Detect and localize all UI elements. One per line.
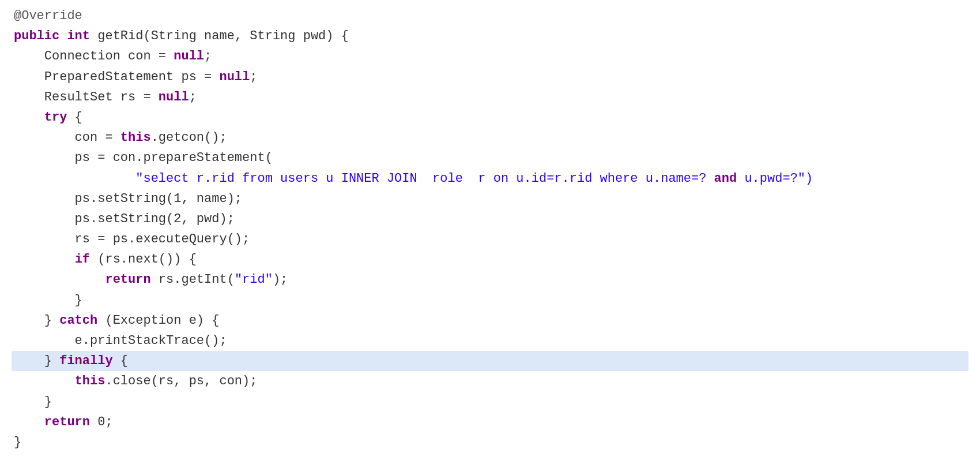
token-annotation: @Override: [14, 6, 82, 26]
token-plain: [14, 107, 44, 128]
code-editor: @Overridepublic int getRid(String name, …: [0, 0, 980, 468]
code-line: Connection con = null;: [12, 46, 968, 66]
token-plain: .close(rs, ps, con);: [105, 371, 257, 391]
token-plain: );: [273, 269, 288, 290]
token-plain: [14, 412, 44, 432]
code-line: @Override: [12, 6, 968, 26]
token-keyword: null: [174, 46, 204, 66]
token-plain: }: [14, 432, 21, 452]
code-line: ps.setString(2, pwd);: [12, 209, 968, 229]
token-type: Connection: [44, 46, 120, 66]
token-plain: [14, 371, 75, 391]
token-keyword: null: [219, 67, 250, 87]
code-line: e.printStackTrace();: [12, 331, 968, 351]
token-plain: }: [14, 290, 82, 310]
token-sql-str: u.pwd=?"): [737, 169, 813, 189]
token-plain: con =: [14, 128, 120, 148]
token-plain: .getcon();: [151, 128, 227, 148]
token-keyword: and: [714, 169, 737, 189]
token-type: ResultSet: [44, 87, 113, 107]
code-line: PreparedStatement ps = null;: [12, 67, 968, 87]
token-plain: 0;: [90, 412, 113, 432]
token-plain: }: [14, 310, 59, 331]
code-line: rs = ps.executeQuery();: [12, 229, 968, 249]
token-keyword: return: [105, 269, 150, 290]
code-line: if (rs.next()) {: [12, 249, 968, 269]
token-keyword: finally: [59, 351, 112, 371]
token-keyword: catch: [59, 310, 97, 331]
token-plain: ;: [189, 87, 197, 107]
token-plain: }: [14, 392, 52, 412]
token-type: PreparedStatement: [44, 67, 174, 87]
token-plain: e) {: [181, 310, 219, 331]
token-sql-str: "select r.rid from users u INNER JOIN ro…: [135, 169, 714, 189]
code-line: "select r.rid from users u INNER JOIN ro…: [12, 169, 968, 189]
token-plain: [14, 46, 44, 66]
token-string: "rid": [235, 269, 273, 290]
token-plain: getRid(: [90, 26, 151, 46]
token-plain: ps.setString(1, name);: [14, 189, 242, 209]
token-plain: }: [14, 351, 59, 371]
token-type: Exception: [113, 310, 182, 331]
code-line: public int getRid(String name, String pw…: [12, 26, 968, 46]
token-plain: ps =: [174, 67, 219, 87]
code-line: ResultSet rs = null;: [12, 87, 968, 107]
token-keyword: if: [75, 249, 90, 269]
token-keyword: public: [14, 26, 59, 46]
code-line: return rs.getInt("rid");: [12, 269, 968, 290]
code-line: } catch (Exception e) {: [12, 310, 968, 331]
code-line: }: [12, 392, 968, 412]
code-line: try {: [12, 107, 968, 128]
token-plain: ps = con.prepareStatement(: [14, 148, 273, 168]
token-plain: pwd) {: [296, 26, 349, 46]
code-lines: @Overridepublic int getRid(String name, …: [12, 6, 968, 452]
token-plain: [59, 26, 67, 46]
token-this-kw: this: [120, 128, 151, 148]
token-plain: rs =: [113, 87, 159, 107]
token-plain: e.printStackTrace();: [14, 331, 227, 351]
token-plain: [14, 249, 75, 269]
code-line: return 0;: [12, 412, 968, 432]
token-plain: rs.getInt(: [151, 269, 235, 290]
code-line: con = this.getcon();: [12, 128, 968, 148]
token-plain: name,: [197, 26, 250, 46]
token-plain: (: [97, 310, 112, 331]
token-plain: [14, 269, 105, 290]
token-plain: con =: [120, 46, 174, 66]
token-plain: (rs.next()) {: [90, 249, 197, 269]
code-line: ps = con.prepareStatement(: [12, 148, 968, 168]
token-plain: [14, 87, 44, 107]
token-type: String: [151, 26, 197, 46]
token-plain: {: [113, 351, 128, 371]
code-line: }: [12, 432, 968, 452]
token-keyword: return: [44, 412, 90, 432]
token-this-kw: this: [75, 371, 105, 391]
token-keyword: try: [44, 107, 67, 128]
token-plain: ;: [204, 46, 212, 66]
token-plain: [14, 169, 135, 189]
token-plain: {: [67, 107, 82, 128]
token-plain: ps.setString(2, pwd);: [14, 209, 235, 229]
token-keyword: null: [159, 87, 189, 107]
code-line: this.close(rs, ps, con);: [12, 371, 968, 391]
code-line: }: [12, 290, 968, 310]
token-keyword: int: [67, 26, 90, 46]
code-line: } finally {: [12, 351, 968, 371]
code-line: ps.setString(1, name);: [12, 189, 968, 209]
token-plain: ;: [250, 67, 257, 87]
token-type: String: [250, 26, 295, 46]
token-plain: [14, 67, 44, 87]
token-plain: rs = ps.executeQuery();: [14, 229, 250, 249]
